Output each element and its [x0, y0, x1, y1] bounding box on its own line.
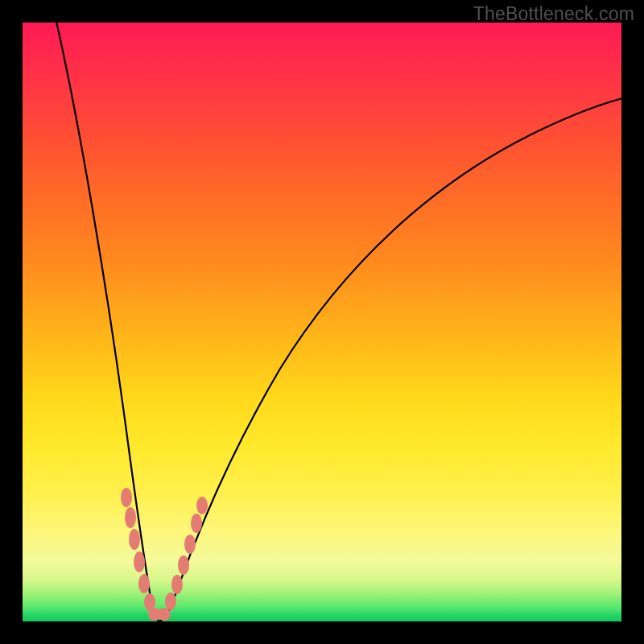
svg-point-10 [178, 555, 189, 575]
svg-point-3 [134, 551, 145, 572]
curves-layer [23, 23, 621, 621]
svg-point-1 [125, 507, 136, 528]
svg-point-11 [184, 535, 196, 554]
svg-point-4 [138, 574, 150, 593]
svg-point-7 [158, 608, 171, 621]
svg-point-8 [165, 592, 176, 610]
chart-frame: TheBottleneck.com [0, 0, 644, 644]
plot-area [23, 23, 621, 621]
svg-point-2 [129, 529, 140, 550]
svg-point-13 [196, 497, 208, 514]
watermark-text: TheBottleneck.com [473, 3, 634, 25]
curve-left-branch [55, 23, 159, 621]
svg-point-0 [121, 488, 132, 507]
svg-point-9 [171, 575, 183, 594]
curve-right-branch [159, 95, 621, 621]
svg-point-12 [191, 514, 202, 533]
marker-group [121, 488, 208, 621]
